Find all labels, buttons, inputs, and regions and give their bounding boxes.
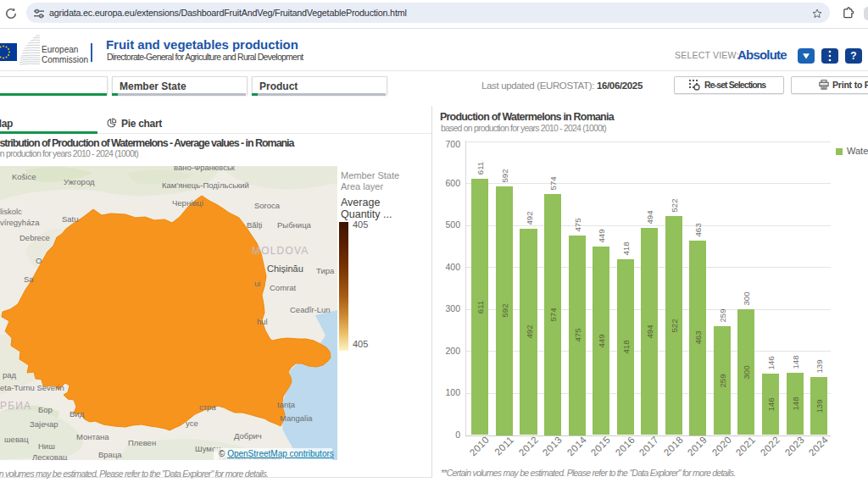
svg-text:Satu: Satu	[62, 214, 79, 224]
svg-text:Bălți: Bălți	[247, 220, 262, 230]
svg-text:Вид: Вид	[70, 409, 85, 419]
svg-text:O: O	[36, 256, 42, 265]
svg-text:tanța: tanța	[277, 400, 296, 409]
svg-text:© OpenStreetMap contributors: © OpenStreetMap contributors	[219, 449, 334, 458]
svg-text:liskolc: liskolc	[0, 207, 22, 216]
svg-text:Враца: Враца	[98, 450, 122, 459]
svg-text:шевац: шевац	[4, 435, 29, 444]
svg-text:Debrece: Debrece	[19, 233, 50, 242]
svg-text:Бор: Бор	[38, 405, 53, 414]
svg-text:Mangalia: Mangalia	[280, 413, 313, 423]
svg-text:MOLDOVA: MOLDOVA	[252, 245, 309, 257]
svg-text:Рыбница: Рыбница	[277, 220, 312, 230]
svg-text:РБИА: РБИА	[0, 400, 31, 412]
svg-text:Ceadîr-Lun: Ceadîr-Lun	[290, 305, 331, 314]
svg-text:Sa: Sa	[24, 274, 34, 284]
svg-text:Comrat: Comrat	[270, 283, 297, 292]
svg-text:вано-Франківськ: вано-Франківськ	[174, 166, 236, 172]
svg-text:рад: рад	[3, 370, 17, 380]
svg-text:стра: стра	[199, 402, 216, 412]
svg-text:víregyháza: víregyháza	[0, 218, 40, 227]
svg-text:eta-Turnu Severin: eta-Turnu Severin	[0, 383, 64, 392]
svg-text:Монтана: Монтана	[76, 432, 109, 441]
svg-text:ui: ui	[254, 279, 260, 288]
svg-text:Тира: Тира	[316, 266, 335, 275]
svg-text:Ужгород: Ужгород	[64, 177, 95, 186]
svg-text:Лесковац: Лесковац	[32, 452, 68, 460]
svg-text:усе: усе	[186, 419, 198, 428]
svg-text:Кам'янець-Подільський: Кам'янець-Подільський	[162, 180, 249, 190]
svg-text:Чернівці: Чернівці	[172, 198, 203, 208]
svg-text:Добрич: Добрич	[234, 431, 262, 441]
svg-text:Ниш: Ниш	[38, 441, 55, 451]
svg-text:hul: hul	[257, 317, 268, 326]
svg-text:Плевен: Плевен	[128, 438, 156, 447]
svg-text:Soroca: Soroca	[254, 201, 281, 210]
svg-text:Chișinău: Chișinău	[267, 263, 303, 274]
svg-text:Зајечар: Зајечар	[30, 419, 58, 429]
svg-text:Košice: Košice	[12, 172, 36, 181]
